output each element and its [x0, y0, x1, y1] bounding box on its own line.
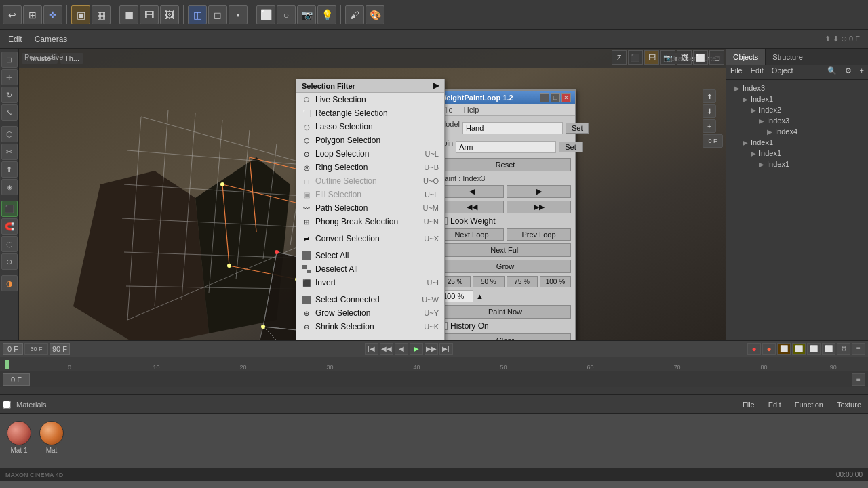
menu-item-deselect-all[interactable]: Deselect All	[296, 262, 444, 276]
render-icon[interactable]: 🎞	[140, 5, 159, 24]
sphere-icon[interactable]: ○	[277, 5, 296, 24]
timeline-prev-frame-btn[interactable]: ◀◀	[380, 343, 393, 355]
render-mode-btn-5[interactable]: 🖼	[677, 50, 692, 65]
paint-weight-tool[interactable]: ⬛	[1, 201, 18, 217]
timeline-start-frame-input[interactable]	[3, 343, 23, 355]
materials-edit-btn[interactable]: Edit	[764, 399, 785, 410]
menu-item-grow-selection[interactable]: ⊕ Grow Selection U~Y	[296, 306, 444, 320]
render-active-icon[interactable]: ◼	[119, 5, 138, 24]
menu-item-ring-selection[interactable]: ◎ Ring Selection U~B	[296, 161, 444, 174]
weight-next-btn[interactable]: ▶	[507, 185, 571, 198]
weight-50pct-btn[interactable]: 50 %	[473, 276, 504, 287]
vp-nav-up[interactable]: ⬆	[703, 89, 716, 103]
vp-nav-down[interactable]: ⬇	[703, 104, 716, 118]
right-settings-btn[interactable]: ⚙	[841, 65, 856, 79]
weight-model-input[interactable]	[462, 122, 563, 134]
timeline-record2-btn[interactable]: ●	[762, 343, 776, 355]
menu-item-hide-selected[interactable]: 👁 Hide Selected	[296, 337, 444, 340]
timeline-end-frame-input[interactable]	[50, 343, 70, 355]
timeline-stop-btn[interactable]: ▶▶	[425, 343, 438, 355]
select-tool[interactable]: ⊡	[1, 52, 18, 68]
vp-nav-plus[interactable]: +	[703, 119, 716, 133]
tree-item-index3-root[interactable]: ▶ Index3	[729, 83, 865, 94]
cube-icon[interactable]: ⬜	[256, 5, 275, 24]
weight-next-next-btn[interactable]: ▶▶	[507, 201, 571, 214]
undo-icon[interactable]: ↩	[3, 5, 22, 24]
materials-file-btn[interactable]: File	[738, 399, 759, 410]
material-tool[interactable]: ◑	[1, 275, 18, 291]
viewport[interactable]: Z X Thruster Th... Brauser Cutter Perspe…	[19, 49, 726, 340]
move-icon[interactable]: ✛	[43, 5, 62, 24]
menu-item-path-selection[interactable]: 〰 Path Selection U~M	[296, 201, 444, 215]
render-mode-btn-2[interactable]: ⬛	[628, 50, 643, 65]
weight-next-full-btn[interactable]: Next Full	[439, 243, 571, 257]
render-mode-btn-1[interactable]: Z	[612, 50, 627, 65]
render-mode-btn-4[interactable]: 📷	[660, 50, 675, 65]
timeline-extra-btn[interactable]: ≡	[852, 373, 865, 386]
cameras-menu-button[interactable]: Cameras	[29, 33, 73, 45]
layout-icon[interactable]: ⊞	[23, 5, 42, 24]
weight-panel-help-btn[interactable]: Help	[458, 104, 485, 115]
material-swatch-1[interactable]: Mat 1	[5, 421, 33, 462]
texture-icon[interactable]: ▪	[229, 5, 248, 24]
timeline-current-frame-input[interactable]	[3, 373, 30, 386]
right-tab-structure[interactable]: Structure	[766, 49, 810, 65]
render-mode-btn-3[interactable]: 🎞	[644, 50, 659, 65]
weight-prev-prev-btn[interactable]: ◀◀	[439, 201, 504, 214]
scale-tool[interactable]: ⤡	[1, 104, 18, 121]
right-file-btn[interactable]: File	[726, 65, 747, 79]
edit-menu-button[interactable]: Edit	[3, 33, 28, 45]
menu-item-lasso-selection[interactable]: ◌ Lasso Selection	[296, 120, 444, 134]
render-mode-btn-cube[interactable]: ⬜	[693, 50, 708, 65]
flat-icon[interactable]: ◻	[208, 5, 227, 24]
bevel-tool[interactable]: ◈	[1, 179, 18, 195]
menu-item-polygon-selection[interactable]: ⬡ Polygon Selection	[296, 134, 444, 147]
weight-join-set-btn[interactable]: Set	[559, 142, 583, 152]
weight-prev-loop-btn[interactable]: Prev Loop	[507, 228, 571, 241]
knife-tool[interactable]: ✂	[1, 144, 18, 160]
weight-panel-title-bar[interactable]: WeightPaintLoop 1.2 _ □ ×	[435, 91, 575, 104]
weight-prev-btn[interactable]: ◀	[439, 185, 504, 198]
weight-panel-maximize-btn[interactable]: □	[551, 93, 560, 102]
tree-item-index3-l4[interactable]: ▶ Index3	[729, 115, 865, 126]
timeline-record-btn[interactable]: ●	[747, 343, 761, 355]
weight-panel-minimize-btn[interactable]: _	[540, 93, 549, 102]
weight-model-set-btn[interactable]: Set	[566, 123, 589, 134]
tree-item-index1-l4b[interactable]: ▶ Index1	[729, 159, 865, 169]
light-icon[interactable]: 💡	[317, 5, 336, 24]
dropdown-header[interactable]: Selection Filter ▶	[296, 79, 444, 93]
right-tab-objects[interactable]: Objects	[726, 49, 766, 65]
menu-item-rectangle-selection[interactable]: ⬜ Rectangle Selection	[296, 106, 444, 120]
tree-item-index1-l2b[interactable]: ▶ Index1	[729, 137, 865, 148]
wireframe-icon[interactable]: ◫	[188, 5, 207, 24]
weight-75pct-btn[interactable]: 75 %	[507, 276, 538, 287]
menu-item-select-all[interactable]: Select All	[296, 249, 444, 262]
menu-item-phong-break-selection[interactable]: ⊞ Phong Break Selection U~N	[296, 215, 444, 228]
weight-clear-btn[interactable]: Clear	[439, 333, 571, 340]
menu-item-select-connected[interactable]: Select Connected U~W	[296, 293, 444, 306]
weight-percent-stepper[interactable]: ▲	[476, 292, 484, 300]
right-search-btn[interactable]: 🔍	[823, 65, 841, 79]
materials-function-btn[interactable]: Function	[791, 399, 827, 410]
materials-texture-btn[interactable]: Texture	[833, 399, 865, 410]
render-mode-btn-wire[interactable]: ◻	[709, 50, 724, 65]
tree-item-index4-l5[interactable]: ▶ Index4	[729, 126, 865, 137]
axis-mode-icon[interactable]: ▦	[92, 5, 111, 24]
render-view-icon[interactable]: 🖼	[160, 5, 179, 24]
joint-tool[interactable]: ⊕	[1, 253, 18, 270]
weight-reset-btn[interactable]: Reset	[439, 158, 571, 171]
timeline-prev-btn[interactable]: ◀	[395, 343, 408, 355]
smooth-tool[interactable]: ◌	[1, 236, 18, 252]
tree-item-index1-l2[interactable]: ▶ Index1	[729, 94, 865, 104]
tree-item-index1-l3b[interactable]: ▶ Index1	[729, 148, 865, 159]
menu-item-live-selection[interactable]: Live Selection	[296, 93, 444, 106]
timeline-keyframe4-btn[interactable]: ⬜	[822, 343, 835, 355]
menu-item-convert-selection[interactable]: ⇄ Convert Selection U~X	[296, 232, 444, 245]
magnet-tool[interactable]: 🧲	[1, 218, 18, 235]
material-swatch-2[interactable]: Mat	[38, 421, 65, 462]
timeline-keyframe3-btn[interactable]: ⬜	[807, 343, 821, 355]
weight-panel-close-btn[interactable]: ×	[561, 93, 571, 102]
menu-item-shrink-selection[interactable]: ⊖ Shrink Selection U~K	[296, 320, 444, 333]
viewport-thrender-btn[interactable]: Th...	[60, 53, 83, 64]
weight-grow-btn[interactable]: Grow	[439, 260, 571, 273]
